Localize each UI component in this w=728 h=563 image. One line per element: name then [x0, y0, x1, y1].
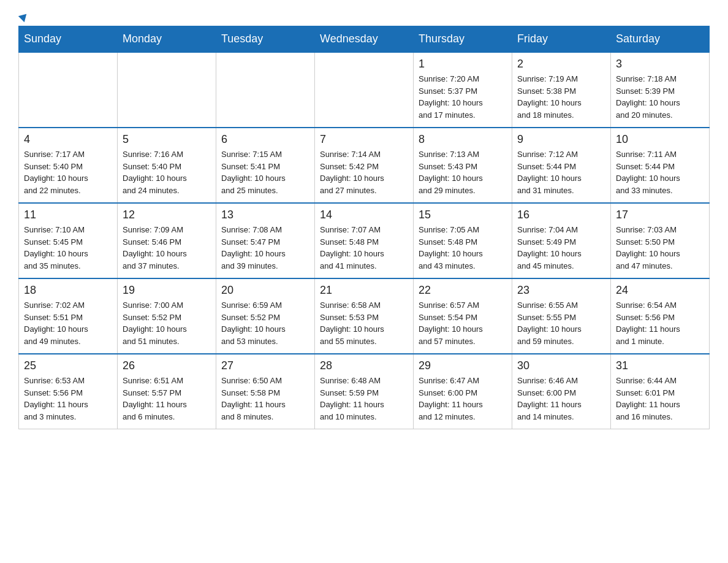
- calendar-header-tuesday: Tuesday: [216, 26, 315, 53]
- day-number: 22: [419, 284, 507, 297]
- day-info: Sunrise: 7:14 AM Sunset: 5:42 PM Dayligh…: [320, 148, 408, 196]
- calendar-cell: 15Sunrise: 7:05 AM Sunset: 5:48 PM Dayli…: [414, 203, 512, 278]
- day-info: Sunrise: 6:51 AM Sunset: 5:57 PM Dayligh…: [123, 375, 211, 423]
- day-number: 5: [123, 133, 211, 146]
- calendar-cell: 11Sunrise: 7:10 AM Sunset: 5:45 PM Dayli…: [19, 203, 118, 278]
- calendar-cell: 29Sunrise: 6:47 AM Sunset: 6:00 PM Dayli…: [414, 354, 512, 429]
- calendar-cell: 18Sunrise: 7:02 AM Sunset: 5:51 PM Dayli…: [19, 278, 118, 354]
- day-info: Sunrise: 7:09 AM Sunset: 5:46 PM Dayligh…: [123, 224, 211, 272]
- calendar-cell: 22Sunrise: 6:57 AM Sunset: 5:54 PM Dayli…: [414, 278, 512, 354]
- day-info: Sunrise: 7:15 AM Sunset: 5:41 PM Dayligh…: [221, 148, 309, 196]
- day-info: Sunrise: 7:10 AM Sunset: 5:45 PM Dayligh…: [24, 224, 112, 272]
- day-info: Sunrise: 6:54 AM Sunset: 5:56 PM Dayligh…: [616, 299, 704, 347]
- calendar-header-sunday: Sunday: [19, 26, 118, 53]
- day-number: 27: [221, 359, 309, 372]
- day-info: Sunrise: 7:12 AM Sunset: 5:44 PM Dayligh…: [517, 148, 605, 196]
- calendar-cell: 5Sunrise: 7:16 AM Sunset: 5:40 PM Daylig…: [118, 128, 216, 203]
- day-number: 24: [616, 284, 704, 297]
- calendar-cell: 23Sunrise: 6:55 AM Sunset: 5:55 PM Dayli…: [512, 278, 611, 354]
- day-number: 12: [123, 209, 211, 221]
- day-info: Sunrise: 6:44 AM Sunset: 6:01 PM Dayligh…: [616, 375, 704, 423]
- day-info: Sunrise: 7:16 AM Sunset: 5:40 PM Dayligh…: [123, 148, 211, 196]
- logo: [18, 12, 28, 20]
- calendar-header-saturday: Saturday: [611, 26, 710, 53]
- calendar-cell: 4Sunrise: 7:17 AM Sunset: 5:40 PM Daylig…: [19, 128, 118, 203]
- day-number: 25: [24, 359, 112, 372]
- day-number: 19: [123, 284, 211, 297]
- calendar-week-5: 25Sunrise: 6:53 AM Sunset: 5:56 PM Dayli…: [19, 354, 710, 429]
- day-info: Sunrise: 7:00 AM Sunset: 5:52 PM Dayligh…: [123, 299, 211, 347]
- day-info: Sunrise: 6:50 AM Sunset: 5:58 PM Dayligh…: [221, 375, 309, 423]
- day-number: 16: [517, 209, 605, 221]
- day-number: 28: [320, 359, 408, 372]
- calendar-cell: 31Sunrise: 6:44 AM Sunset: 6:01 PM Dayli…: [611, 354, 710, 429]
- calendar-week-1: 1Sunrise: 7:20 AM Sunset: 5:37 PM Daylig…: [19, 52, 710, 128]
- calendar-cell: 14Sunrise: 7:07 AM Sunset: 5:48 PM Dayli…: [315, 203, 414, 278]
- day-info: Sunrise: 7:08 AM Sunset: 5:47 PM Dayligh…: [221, 224, 309, 272]
- day-number: 31: [616, 359, 704, 372]
- calendar-cell: [315, 52, 414, 128]
- day-info: Sunrise: 6:57 AM Sunset: 5:54 PM Dayligh…: [419, 299, 507, 347]
- day-number: 9: [517, 133, 605, 146]
- calendar-cell: 26Sunrise: 6:51 AM Sunset: 5:57 PM Dayli…: [118, 354, 216, 429]
- calendar-cell: 19Sunrise: 7:00 AM Sunset: 5:52 PM Dayli…: [118, 278, 216, 354]
- calendar-week-3: 11Sunrise: 7:10 AM Sunset: 5:45 PM Dayli…: [19, 203, 710, 278]
- calendar-cell: 24Sunrise: 6:54 AM Sunset: 5:56 PM Dayli…: [611, 278, 710, 354]
- day-number: 23: [517, 284, 605, 297]
- day-info: Sunrise: 6:55 AM Sunset: 5:55 PM Dayligh…: [517, 299, 605, 347]
- calendar-cell: 13Sunrise: 7:08 AM Sunset: 5:47 PM Dayli…: [216, 203, 315, 278]
- day-info: Sunrise: 7:18 AM Sunset: 5:39 PM Dayligh…: [616, 73, 704, 121]
- calendar-week-2: 4Sunrise: 7:17 AM Sunset: 5:40 PM Daylig…: [19, 128, 710, 203]
- page-header: [18, 12, 710, 20]
- calendar-cell: [118, 52, 216, 128]
- day-number: 10: [616, 133, 704, 146]
- day-number: 29: [419, 359, 507, 372]
- calendar-cell: 25Sunrise: 6:53 AM Sunset: 5:56 PM Dayli…: [19, 354, 118, 429]
- day-info: Sunrise: 6:59 AM Sunset: 5:52 PM Dayligh…: [221, 299, 309, 347]
- calendar-cell: 12Sunrise: 7:09 AM Sunset: 5:46 PM Dayli…: [118, 203, 216, 278]
- day-number: 18: [24, 284, 112, 297]
- calendar-cell: 16Sunrise: 7:04 AM Sunset: 5:49 PM Dayli…: [512, 203, 611, 278]
- calendar-cell: 10Sunrise: 7:11 AM Sunset: 5:44 PM Dayli…: [611, 128, 710, 203]
- day-info: Sunrise: 6:47 AM Sunset: 6:00 PM Dayligh…: [419, 375, 507, 423]
- day-number: 11: [24, 209, 112, 221]
- day-number: 17: [616, 209, 704, 221]
- day-number: 4: [24, 133, 112, 146]
- day-info: Sunrise: 6:53 AM Sunset: 5:56 PM Dayligh…: [24, 375, 112, 423]
- day-number: 7: [320, 133, 408, 146]
- day-info: Sunrise: 7:11 AM Sunset: 5:44 PM Dayligh…: [616, 148, 704, 196]
- calendar-cell: 6Sunrise: 7:15 AM Sunset: 5:41 PM Daylig…: [216, 128, 315, 203]
- day-info: Sunrise: 7:02 AM Sunset: 5:51 PM Dayligh…: [24, 299, 112, 347]
- calendar-cell: [216, 52, 315, 128]
- day-number: 20: [221, 284, 309, 297]
- day-number: 30: [517, 359, 605, 372]
- day-info: Sunrise: 6:46 AM Sunset: 6:00 PM Dayligh…: [517, 375, 605, 423]
- calendar-header-friday: Friday: [512, 26, 611, 53]
- day-info: Sunrise: 7:07 AM Sunset: 5:48 PM Dayligh…: [320, 224, 408, 272]
- day-number: 26: [123, 359, 211, 372]
- calendar-cell: 28Sunrise: 6:48 AM Sunset: 5:59 PM Dayli…: [315, 354, 414, 429]
- calendar-header-thursday: Thursday: [414, 26, 512, 53]
- calendar-cell: 17Sunrise: 7:03 AM Sunset: 5:50 PM Dayli…: [611, 203, 710, 278]
- calendar-header-monday: Monday: [118, 26, 216, 53]
- day-info: Sunrise: 7:19 AM Sunset: 5:38 PM Dayligh…: [517, 73, 605, 121]
- day-info: Sunrise: 7:17 AM Sunset: 5:40 PM Dayligh…: [24, 148, 112, 196]
- calendar-table: SundayMondayTuesdayWednesdayThursdayFrid…: [18, 26, 710, 429]
- logo-triangle-icon: [18, 11, 29, 22]
- calendar-cell: [19, 52, 118, 128]
- day-number: 3: [616, 58, 704, 71]
- day-info: Sunrise: 6:48 AM Sunset: 5:59 PM Dayligh…: [320, 375, 408, 423]
- day-number: 1: [419, 58, 507, 71]
- calendar-cell: 9Sunrise: 7:12 AM Sunset: 5:44 PM Daylig…: [512, 128, 611, 203]
- calendar-cell: 27Sunrise: 6:50 AM Sunset: 5:58 PM Dayli…: [216, 354, 315, 429]
- calendar-cell: 21Sunrise: 6:58 AM Sunset: 5:53 PM Dayli…: [315, 278, 414, 354]
- day-info: Sunrise: 7:03 AM Sunset: 5:50 PM Dayligh…: [616, 224, 704, 272]
- day-info: Sunrise: 6:58 AM Sunset: 5:53 PM Dayligh…: [320, 299, 408, 347]
- calendar-cell: 7Sunrise: 7:14 AM Sunset: 5:42 PM Daylig…: [315, 128, 414, 203]
- calendar-cell: 20Sunrise: 6:59 AM Sunset: 5:52 PM Dayli…: [216, 278, 315, 354]
- day-number: 21: [320, 284, 408, 297]
- day-number: 15: [419, 209, 507, 221]
- calendar-cell: 2Sunrise: 7:19 AM Sunset: 5:38 PM Daylig…: [512, 52, 611, 128]
- calendar-cell: 3Sunrise: 7:18 AM Sunset: 5:39 PM Daylig…: [611, 52, 710, 128]
- day-info: Sunrise: 7:13 AM Sunset: 5:43 PM Dayligh…: [419, 148, 507, 196]
